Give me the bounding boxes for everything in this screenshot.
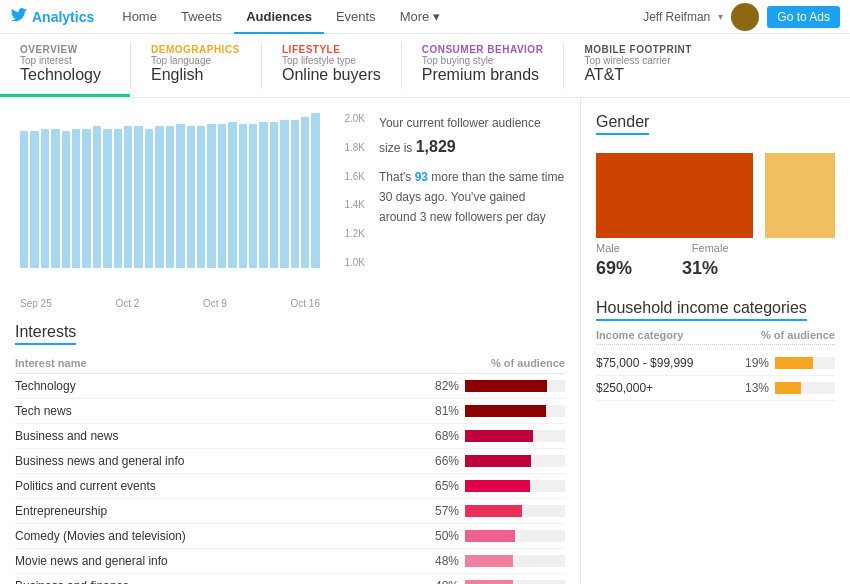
chart-bar: [228, 122, 236, 268]
interest-name: Technology: [15, 379, 419, 393]
tab-overview-sublabel: Top interest: [20, 55, 110, 66]
avatar: [731, 3, 759, 31]
interest-bar-container: [465, 580, 565, 584]
interest-bar: [465, 405, 546, 417]
interest-name: Politics and current events: [15, 479, 419, 493]
col-name-header: Interest name: [15, 357, 87, 369]
chart-bar: [301, 117, 309, 268]
interest-bar-container: [465, 455, 565, 467]
interest-pct: 65%: [419, 479, 459, 493]
col-pct-header: % of audience: [491, 357, 565, 369]
interest-bar-container: [465, 430, 565, 442]
gender-female-label: Female: [692, 242, 729, 254]
gender-male-pct: 69%: [596, 258, 632, 279]
nav-user[interactable]: Jeff Reifman: [643, 10, 710, 24]
interest-bar: [465, 505, 522, 517]
tab-consumer[interactable]: CONSUMER BEHAVIOR Top buying style Premi…: [402, 34, 564, 97]
chart-bar: [145, 129, 153, 269]
tab-mobile[interactable]: MOBILE FOOTPRINT Top wireless carrier AT…: [564, 34, 711, 97]
household-income-pct: 13%: [739, 381, 769, 395]
tab-consumer-sublabel: Top buying style: [422, 55, 544, 66]
chart-bar: [270, 122, 278, 268]
x-label-3: Oct 9: [203, 298, 227, 309]
interest-bar: [465, 480, 530, 492]
tab-lifestyle-value: Online buyers: [282, 66, 381, 84]
chart-bar: [291, 120, 299, 268]
interest-name: Movie news and general info: [15, 554, 419, 568]
tab-demographics[interactable]: DEMOGRAPHICS Top language English: [131, 34, 261, 97]
tab-demographics-sublabel: Top language: [151, 55, 241, 66]
interest-bar: [465, 580, 513, 584]
gender-title: Gender: [596, 113, 649, 135]
chart-bar: [249, 124, 257, 268]
interest-pct: 57%: [419, 504, 459, 518]
interest-row: Business news and general info 66%: [15, 449, 565, 474]
chart-bar: [259, 122, 267, 268]
chart-bar: [82, 129, 90, 269]
household-col-pct: % of audience: [761, 329, 835, 341]
user-dropdown-icon[interactable]: ▾: [718, 11, 723, 22]
interest-bar-container: [465, 480, 565, 492]
chart-bars: [15, 113, 325, 268]
household-bar-container: [775, 357, 835, 369]
interest-name: Business and finance: [15, 579, 419, 584]
chart-section: 2.0K 1.8K 1.6K 1.4K 1.2K 1.0K Sep 25 Oct…: [15, 113, 565, 309]
tab-demographics-label: DEMOGRAPHICS: [151, 44, 241, 55]
chart-bar: [114, 129, 122, 269]
chart-bar: [311, 113, 319, 268]
household-title: Household income categories: [596, 299, 807, 321]
household-income-pct: 19%: [739, 356, 769, 370]
chart-bar: [218, 124, 226, 268]
tab-overview[interactable]: OVERVIEW Top interest Technology: [0, 34, 130, 97]
chart-bar: [62, 131, 70, 268]
household-bar: [775, 357, 813, 369]
y-label-5: 1.2K: [330, 228, 365, 239]
chart-bar: [72, 129, 80, 269]
interest-name: Tech news: [15, 404, 419, 418]
interest-row: Politics and current events 65%: [15, 474, 565, 499]
nav-links: Home Tweets Audiences Events More ▾: [110, 0, 643, 34]
tab-lifestyle-sublabel: Top lifestyle type: [282, 55, 381, 66]
interest-row: Entrepreneurship 57%: [15, 499, 565, 524]
nav-more[interactable]: More ▾: [388, 0, 452, 34]
interest-bar: [465, 380, 547, 392]
chart-y-labels: 2.0K 1.8K 1.6K 1.4K 1.2K 1.0K: [330, 113, 365, 268]
chart-bar: [280, 120, 288, 268]
household-table-header: Income category % of audience: [596, 329, 835, 345]
go-to-ads-button[interactable]: Go to Ads: [767, 6, 840, 28]
bar-chart: 2.0K 1.8K 1.6K 1.4K 1.2K 1.0K Sep 25 Oct…: [15, 113, 365, 309]
tab-lifestyle-label: LIFESTYLE: [282, 44, 381, 55]
interests-table-header: Interest name % of audience: [15, 353, 565, 374]
interest-bar: [465, 555, 513, 567]
gender-female-pct: 31%: [682, 258, 718, 279]
chart-bar: [197, 126, 205, 268]
chart-bar: [176, 124, 184, 268]
tab-overview-value: Technology: [20, 66, 110, 84]
nav-home[interactable]: Home: [110, 0, 169, 34]
interests-section: Interests Interest name % of audience Te…: [15, 323, 565, 584]
main-content: 2.0K 1.8K 1.6K 1.4K 1.2K 1.0K Sep 25 Oct…: [0, 98, 850, 584]
interest-row: Tech news 81%: [15, 399, 565, 424]
interest-name: Business news and general info: [15, 454, 419, 468]
interest-bar: [465, 530, 515, 542]
tab-mobile-sublabel: Top wireless carrier: [584, 55, 691, 66]
chart-bar: [103, 129, 111, 269]
nav-events[interactable]: Events: [324, 0, 388, 34]
tabs-row: OVERVIEW Top interest Technology DEMOGRA…: [0, 34, 850, 98]
tab-mobile-label: MOBILE FOOTPRINT: [584, 44, 691, 55]
interest-row: Comedy (Movies and television) 50%: [15, 524, 565, 549]
nav-tweets[interactable]: Tweets: [169, 0, 234, 34]
right-panel: Gender Male Female 69% 31% Household inc…: [580, 98, 850, 584]
gender-bar-male: [596, 153, 753, 238]
chart-x-labels: Sep 25 Oct 2 Oct 9 Oct 16: [15, 298, 325, 309]
chart-bar: [51, 129, 59, 269]
interests-rows: Technology 82% Tech news 81% Business an…: [15, 374, 565, 584]
interest-pct: 50%: [419, 529, 459, 543]
interest-row: Business and news 68%: [15, 424, 565, 449]
tab-lifestyle[interactable]: LIFESTYLE Top lifestyle type Online buye…: [262, 34, 401, 97]
y-label-4: 1.4K: [330, 199, 365, 210]
chart-bar: [155, 126, 163, 268]
interest-name: Business and news: [15, 429, 419, 443]
nav-audiences[interactable]: Audiences: [234, 0, 324, 34]
left-panel: 2.0K 1.8K 1.6K 1.4K 1.2K 1.0K Sep 25 Oct…: [0, 98, 580, 584]
